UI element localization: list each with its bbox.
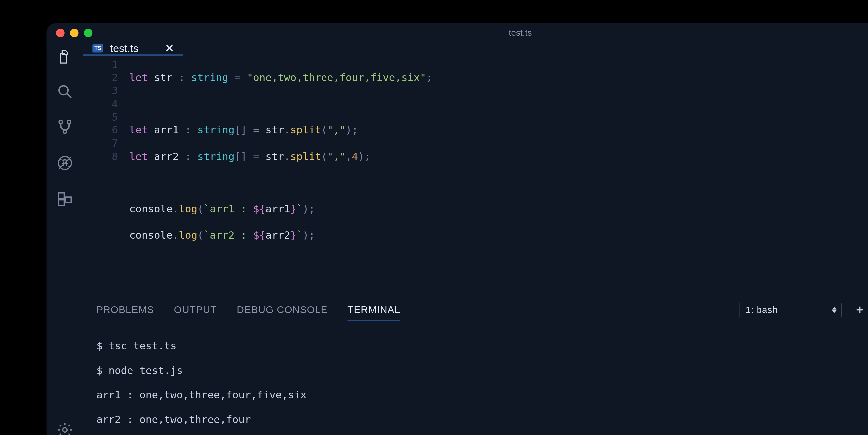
tab-debug-console[interactable]: DEBUG CONSOLE	[237, 299, 328, 321]
chevron-updown-icon	[832, 307, 837, 313]
activity-bar	[46, 42, 83, 435]
svg-rect-8	[59, 200, 64, 205]
vscode-window: test.ts	[46, 23, 868, 435]
terminal-selector[interactable]: 1: bash	[739, 302, 842, 318]
svg-point-0	[59, 86, 68, 95]
zoom-window-button[interactable]	[84, 29, 92, 37]
explorer-icon[interactable]	[56, 48, 73, 65]
svg-point-10	[63, 428, 67, 432]
extensions-icon[interactable]	[56, 191, 73, 207]
title-bar: test.ts	[46, 23, 868, 42]
editor-tabs: TS test.ts ✕ •••	[83, 42, 868, 56]
line-number-gutter: 12345678	[83, 58, 129, 294]
tab-test-ts[interactable]: TS test.ts ✕	[83, 42, 183, 56]
terminal-selector-value: 1: bash	[745, 305, 778, 315]
window-title: test.ts	[508, 27, 531, 38]
close-window-button[interactable]	[56, 29, 65, 37]
svg-rect-7	[59, 193, 64, 199]
terminal-output[interactable]: $ tsc test.ts $ node test.js arr1 : one,…	[83, 321, 868, 435]
new-terminal-icon[interactable]	[855, 305, 865, 315]
search-icon[interactable]	[56, 83, 73, 100]
traffic-lights	[56, 29, 92, 37]
minimize-window-button[interactable]	[70, 29, 79, 37]
tab-filename: test.ts	[110, 42, 138, 54]
panel-tabs: PROBLEMS OUTPUT DEBUG CONSOLE TERMINAL 1…	[83, 299, 868, 321]
code-content[interactable]: let str : string = "one,two,three,four,f…	[129, 58, 868, 294]
tab-terminal[interactable]: TERMINAL	[347, 299, 400, 321]
editor-group: TS test.ts ✕ •••	[83, 42, 868, 435]
close-tab-icon[interactable]: ✕	[165, 42, 174, 55]
bottom-panel: PROBLEMS OUTPUT DEBUG CONSOLE TERMINAL 1…	[83, 299, 868, 435]
svg-line-1	[67, 94, 71, 98]
typescript-file-icon: TS	[92, 44, 103, 53]
svg-rect-9	[66, 197, 71, 203]
svg-point-2	[59, 121, 62, 124]
settings-icon[interactable]	[56, 422, 73, 435]
code-editor[interactable]: 12345678 let str : string = "one,two,thr…	[83, 56, 868, 294]
source-control-icon[interactable]	[56, 119, 73, 135]
tab-problems[interactable]: PROBLEMS	[96, 299, 154, 321]
svg-point-3	[67, 121, 70, 124]
tab-output[interactable]: OUTPUT	[174, 299, 217, 321]
debug-icon[interactable]	[56, 154, 73, 172]
